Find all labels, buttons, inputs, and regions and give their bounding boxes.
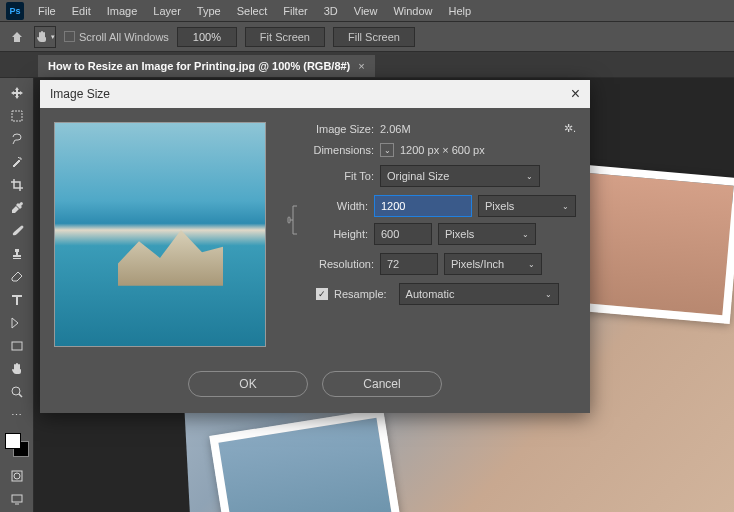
image-size-value: 2.06M [380, 123, 411, 135]
dimensions-label: Dimensions: [286, 144, 374, 156]
fit-to-select[interactable]: Original Size⌄ [380, 165, 540, 187]
hand-tool-icon[interactable]: ▾ [34, 26, 56, 48]
height-input[interactable] [374, 223, 432, 245]
options-bar: ▾ Scroll All Windows 100% Fit Screen Fil… [0, 22, 734, 52]
type-tool-icon[interactable] [5, 289, 29, 311]
menu-image[interactable]: Image [99, 5, 146, 17]
resample-label: Resample: [334, 288, 387, 300]
image-size-dialog: Image Size × Image Size: 2.06M ✲. Dimens… [40, 80, 590, 413]
menu-help[interactable]: Help [441, 5, 480, 17]
dialog-titlebar[interactable]: Image Size × [40, 80, 590, 108]
home-icon[interactable] [8, 28, 26, 46]
crop-tool-icon[interactable] [5, 174, 29, 196]
more-tools-icon[interactable]: ⋯ [5, 404, 29, 426]
eraser-tool-icon[interactable] [5, 266, 29, 288]
svg-point-4 [14, 473, 20, 479]
width-units-select[interactable]: Pixels⌄ [478, 195, 576, 217]
chevron-down-icon: ⌄ [528, 260, 535, 269]
height-units-select[interactable]: Pixels⌄ [438, 223, 536, 245]
resample-checkbox[interactable]: ✓ [316, 288, 328, 300]
width-label: Width: [302, 200, 368, 212]
eyedropper-tool-icon[interactable] [5, 197, 29, 219]
tools-panel: ⋯ [0, 78, 34, 512]
link-icon[interactable] [286, 195, 302, 245]
tab-title: How to Resize an Image for Printing.jpg … [48, 60, 350, 72]
menu-type[interactable]: Type [189, 5, 229, 17]
menubar: Ps File Edit Image Layer Type Select Fil… [0, 0, 734, 22]
dialog-title: Image Size [50, 87, 110, 101]
hand-tool-icon[interactable] [5, 358, 29, 380]
brush-tool-icon[interactable] [5, 220, 29, 242]
chevron-down-icon: ⌄ [522, 230, 529, 239]
document-tabs: How to Resize an Image for Printing.jpg … [0, 52, 734, 78]
svg-rect-5 [12, 495, 22, 502]
ok-button[interactable]: OK [188, 371, 308, 397]
quickmask-icon[interactable] [5, 465, 29, 487]
svg-rect-1 [12, 342, 22, 350]
chevron-down-icon: ⌄ [526, 172, 533, 181]
svg-rect-0 [12, 111, 22, 121]
shape-tool-icon[interactable] [5, 335, 29, 357]
image-size-label: Image Size: [286, 123, 374, 135]
svg-point-2 [12, 387, 20, 395]
close-icon[interactable]: × [571, 85, 580, 103]
resample-select[interactable]: Automatic⌄ [399, 283, 559, 305]
gear-icon[interactable]: ✲. [564, 122, 576, 135]
menu-file[interactable]: File [30, 5, 64, 17]
scroll-all-checkbox[interactable]: Scroll All Windows [64, 31, 169, 43]
zoom-level[interactable]: 100% [177, 27, 237, 47]
dimensions-value: 1200 px × 600 px [400, 144, 485, 156]
fit-to-label: Fit To: [286, 170, 374, 182]
screenmode-icon[interactable] [5, 488, 29, 510]
fit-screen-button[interactable]: Fit Screen [245, 27, 325, 47]
height-label: Height: [302, 228, 368, 240]
resolution-label: Resolution: [286, 258, 374, 270]
dimensions-dropdown[interactable]: ⌄ [380, 143, 394, 157]
image-size-form: Image Size: 2.06M ✲. Dimensions: ⌄ 1200 … [286, 122, 576, 347]
menu-edit[interactable]: Edit [64, 5, 99, 17]
menu-view[interactable]: View [346, 5, 386, 17]
app-logo: Ps [6, 2, 24, 20]
document-tab[interactable]: How to Resize an Image for Printing.jpg … [38, 55, 375, 77]
color-swatches[interactable] [5, 433, 29, 457]
cancel-button[interactable]: Cancel [322, 371, 442, 397]
chevron-down-icon: ⌄ [545, 290, 552, 299]
path-tool-icon[interactable] [5, 312, 29, 334]
zoom-tool-icon[interactable] [5, 381, 29, 403]
stamp-tool-icon[interactable] [5, 243, 29, 265]
fill-screen-button[interactable]: Fill Screen [333, 27, 415, 47]
resolution-input[interactable] [380, 253, 438, 275]
close-tab-icon[interactable]: × [358, 60, 364, 72]
preview-image [54, 122, 266, 347]
menu-select[interactable]: Select [229, 5, 276, 17]
move-tool-icon[interactable] [5, 82, 29, 104]
menu-layer[interactable]: Layer [145, 5, 189, 17]
menu-3d[interactable]: 3D [316, 5, 346, 17]
menu-window[interactable]: Window [385, 5, 440, 17]
wand-tool-icon[interactable] [5, 151, 29, 173]
resolution-units-select[interactable]: Pixels/Inch⌄ [444, 253, 542, 275]
width-input[interactable] [374, 195, 472, 217]
chevron-down-icon: ⌄ [562, 202, 569, 211]
lasso-tool-icon[interactable] [5, 128, 29, 150]
marquee-tool-icon[interactable] [5, 105, 29, 127]
menu-filter[interactable]: Filter [275, 5, 315, 17]
